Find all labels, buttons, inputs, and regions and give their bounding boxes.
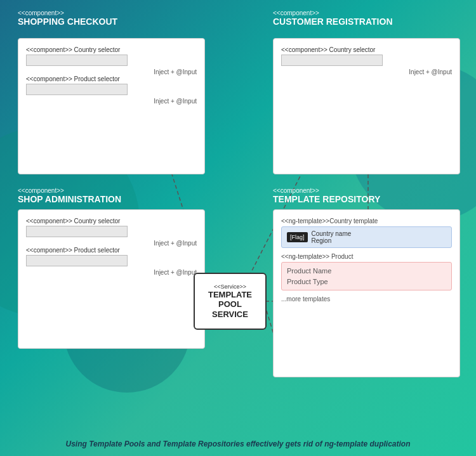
- product-template-label: <<ng-template>> Product: [281, 253, 452, 260]
- admin-inject-1: Inject + @Input: [26, 240, 197, 247]
- title-template-repository: <<component>> TEMPLATE REPOSITORY: [273, 187, 380, 204]
- service-title: TEMPLATE POOL SERVICE: [208, 290, 252, 320]
- box-customer-registration: <<component>> Country selector Inject + …: [273, 38, 460, 174]
- admin-product-input[interactable]: [26, 255, 128, 266]
- title-shopping-checkout: <<component>> SHOPPING CHECKOUT: [18, 10, 117, 27]
- box-template-repository: <<ng-template>>Country template [Flag] C…: [273, 209, 460, 377]
- country-info: Country name Region: [312, 230, 352, 244]
- main-container: <<component>> SHOPPING CHECKOUT <<compon…: [0, 0, 476, 456]
- service-stereotype: <<Service>>: [214, 283, 246, 290]
- product-template-box: Product Name Product Type: [281, 262, 452, 290]
- flag-box: [Flag]: [287, 232, 308, 242]
- shopping-inject-2: Inject + @Input: [26, 98, 197, 105]
- shopping-inject-1: Inject + @Input: [26, 68, 197, 75]
- product-template-section: <<ng-template>> Product Product Name Pro…: [281, 253, 452, 290]
- product-type: Product Type: [287, 277, 446, 287]
- country-template-box: [Flag] Country name Region: [281, 226, 452, 248]
- customer-country-label: <<component>> Country selector: [281, 46, 452, 53]
- product-name: Product Name: [287, 266, 446, 277]
- shopping-country-input[interactable]: [26, 55, 128, 66]
- caption: Using Template Pools and Template Reposi…: [0, 440, 476, 448]
- title-customer-registration: <<component>> CUSTOMER REGISTRATION: [273, 10, 393, 27]
- customer-inject: Inject + @Input: [281, 68, 452, 75]
- admin-country-label: <<component>> Country selector: [26, 218, 197, 225]
- box-template-pool-service: <<Service>> TEMPLATE POOL SERVICE: [194, 273, 267, 330]
- customer-country-input[interactable]: [281, 55, 383, 66]
- admin-country-input[interactable]: [26, 226, 128, 237]
- country-template-section: <<ng-template>>Country template [Flag] C…: [281, 218, 452, 248]
- more-templates: ...more templates: [281, 296, 452, 303]
- box-shop-administration: <<component>> Country selector Inject + …: [18, 209, 205, 349]
- shopping-product-label: <<component>> Product selector: [26, 75, 197, 82]
- box-shopping-checkout: <<component>> Country selector Inject + …: [18, 38, 205, 174]
- admin-product-label: <<component>> Product selector: [26, 247, 197, 254]
- title-shop-administration: <<component>> SHOP ADMINISTRATION: [18, 187, 121, 204]
- shopping-country-label: <<component>> Country selector: [26, 46, 197, 53]
- admin-inject-2: Inject + @Input: [26, 269, 197, 276]
- shopping-product-input[interactable]: [26, 84, 128, 95]
- country-template-label: <<ng-template>>Country template: [281, 218, 452, 225]
